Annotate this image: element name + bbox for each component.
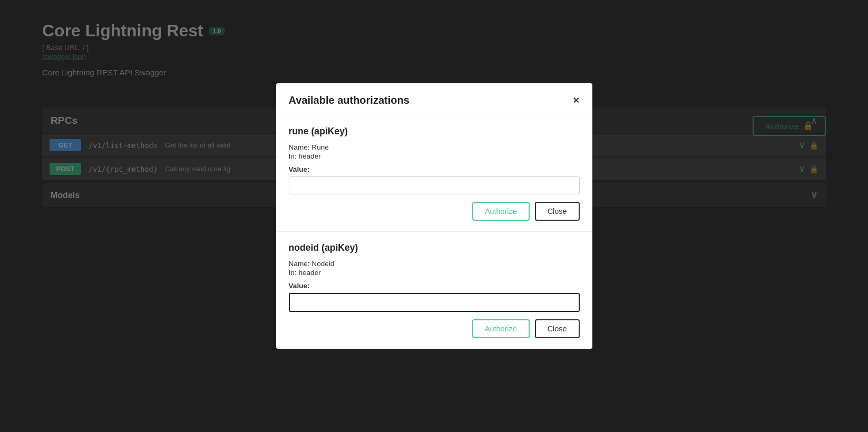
nodeid-value-input[interactable] [289, 293, 580, 312]
rune-name-label: Name: Rune [289, 143, 580, 151]
nodeid-value-label: Value: [289, 282, 580, 290]
rune-value-input[interactable] [289, 176, 580, 194]
modal-title: Available authorizations [289, 94, 409, 106]
auth-section-rune: rune (apiKey) Name: Rune In: header Valu… [276, 115, 592, 232]
nodeid-name-label: Name: Nodeid [289, 260, 580, 268]
rune-actions: Authorize Close [289, 202, 580, 221]
modal-header: Available authorizations × [276, 83, 592, 115]
rune-section-title: rune (apiKey) [289, 126, 580, 137]
modal-body: rune (apiKey) Name: Rune In: header Valu… [276, 115, 592, 349]
modal-close-button[interactable]: × [573, 94, 579, 106]
rune-value-label: Value: [289, 165, 580, 173]
auth-section-nodeid: nodeid (apiKey) Name: Nodeid In: header … [276, 232, 592, 349]
nodeid-section-title: nodeid (apiKey) [289, 242, 580, 253]
modal-overlay: Available authorizations × rune (apiKey)… [0, 0, 868, 432]
rune-authorize-button[interactable]: Authorize [472, 202, 530, 221]
nodeid-actions: Authorize Close [289, 319, 580, 338]
nodeid-authorize-button[interactable]: Authorize [472, 319, 530, 338]
modal: Available authorizations × rune (apiKey)… [276, 83, 592, 349]
rune-close-button[interactable]: Close [535, 202, 580, 221]
nodeid-in-label: In: header [289, 269, 580, 277]
nodeid-close-button[interactable]: Close [535, 319, 580, 338]
rune-in-label: In: header [289, 152, 580, 160]
